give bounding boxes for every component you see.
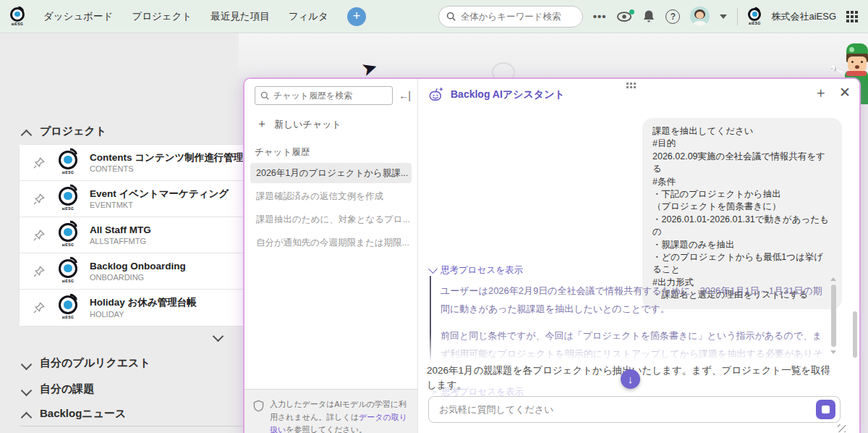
- user-message-line: 課題を抽出してください: [652, 125, 832, 138]
- project-key: ONBOARDING: [90, 272, 186, 282]
- project-key: ALLSTAFFMTG: [90, 236, 151, 246]
- global-search[interactable]: [438, 6, 583, 28]
- user-message-line: 2026.02.09実施の全社会議で情報共有をする: [652, 151, 832, 176]
- new-chat-button[interactable]: ＋ 新しいチャット: [244, 105, 417, 132]
- projects-section-header[interactable]: プロジェクト: [22, 125, 106, 138]
- scroll-down-arrow-icon[interactable]: [830, 350, 836, 354]
- history-item[interactable]: 自分が通知先の今週期限または期限...: [250, 232, 412, 253]
- aiesg-logo-icon: [59, 295, 77, 314]
- global-search-input[interactable]: [461, 12, 569, 22]
- new-window-button[interactable]: ＋: [814, 85, 827, 101]
- collapse-chevron-icon: [22, 409, 31, 419]
- pin-icon[interactable]: [33, 229, 46, 242]
- notifications-button[interactable]: [642, 9, 655, 23]
- project-logo: aiESG: [56, 187, 80, 211]
- aiesg-org-logo-icon: [748, 8, 761, 21]
- user-message-line: ・2026.01.01-2026.01.31で動きがあったもの: [652, 214, 832, 239]
- user-message-line: （プロジェクトを箇条書きに）: [652, 201, 832, 213]
- user-message-line: ・下記のプロジェクトから抽出: [652, 188, 832, 201]
- help-button[interactable]: ?: [665, 9, 680, 24]
- avatar-shirt: [693, 21, 707, 26]
- history-item[interactable]: 課題確認済みの返信文例を作成: [250, 186, 412, 206]
- apps-grid-icon[interactable]: [846, 11, 858, 22]
- history-header: チャット履歴: [244, 132, 417, 163]
- user-menu-caret-icon[interactable]: [720, 14, 727, 19]
- global-add-button[interactable]: +: [347, 7, 366, 26]
- org-logo[interactable]: aiESG: [748, 8, 761, 25]
- search-icon: [260, 91, 270, 101]
- stop-generating-button[interactable]: [816, 400, 835, 419]
- watch-icon[interactable]: [616, 11, 632, 22]
- user-message-line: ・親課題のみを抽出: [652, 239, 832, 251]
- pin-icon[interactable]: [33, 301, 46, 314]
- chat-panel: Backlog AIアシスタント ＋ ✕ 課題を抽出してください#目的2026.…: [418, 79, 859, 433]
- chat-history-panel: ←| ＋ 新しいチャット チャット履歴 2026年1月のプロジェクトから親課..…: [244, 79, 418, 433]
- shield-icon: [253, 400, 264, 412]
- chat-input-box[interactable]: [428, 396, 841, 423]
- my-issues-section-header[interactable]: 自分の課題: [22, 382, 94, 396]
- chat-input[interactable]: [439, 404, 816, 415]
- watch-badge: [629, 9, 634, 14]
- thinking-paragraph: ユーザーは2026年2月9日の全社会議で情報共有するために、2026年1月1日～…: [441, 282, 823, 318]
- project-name: Contents コンテンツ制作進行管理: [90, 151, 243, 164]
- thinking-toggle[interactable]: 思考プロセスを表示: [430, 264, 523, 277]
- project-key: EVENTMKT: [90, 200, 229, 210]
- project-card[interactable]: aiESG Backlog Onboarding ONBOARDING: [20, 253, 258, 290]
- dashboard-background: ➤ 🔧 プロジェクト aiESG Contents コン: [0, 33, 868, 433]
- expand-chevron-icon: [22, 384, 31, 394]
- nav-recent[interactable]: 最近見た項目: [210, 10, 269, 23]
- pin-icon[interactable]: [33, 265, 46, 278]
- collapse-panel-icon[interactable]: ←|: [399, 90, 410, 101]
- plus-icon: ＋: [256, 117, 268, 132]
- mascot-scarf: [846, 71, 867, 76]
- user-message-line: ・どのプロジェクトからも最低1つは挙げること: [652, 251, 832, 277]
- drag-handle[interactable]: [626, 83, 636, 88]
- chevron-down-icon: [428, 264, 438, 274]
- scroll-up-arrow-icon[interactable]: [830, 277, 836, 281]
- user-message-line: #目的: [652, 138, 832, 150]
- project-logo: aiESG: [56, 295, 80, 320]
- thinking-process: ユーザーは2026年2月9日の全社会議で情報共有するために、2026年1月1日～…: [430, 276, 826, 369]
- project-logo: aiESG: [56, 151, 80, 175]
- project-card[interactable]: aiESG Event イベントマーケティング EVENTMKT: [20, 181, 258, 217]
- pin-icon[interactable]: [33, 193, 46, 206]
- scrollbar-thumb[interactable]: [831, 285, 836, 347]
- history-search[interactable]: [255, 86, 393, 105]
- user-message-line: #条件: [652, 176, 832, 188]
- user-avatar[interactable]: [690, 7, 710, 26]
- chat-scrollbar-thumb[interactable]: [853, 311, 857, 358]
- project-card[interactable]: aiESG Holiday お休み管理台帳 HOLIDAY: [20, 290, 258, 326]
- project-card[interactable]: aiESG Contents コンテンツ制作進行管理 CONTENTS: [20, 145, 258, 181]
- backlog-news-section-header[interactable]: Backlogニュース: [22, 407, 126, 421]
- more-menu-icon[interactable]: •••: [593, 10, 607, 22]
- org-name[interactable]: 株式会社aiESG: [771, 10, 836, 23]
- aiesg-logo-icon: [59, 259, 77, 278]
- background-light-strip: [239, 33, 868, 78]
- project-card[interactable]: aiESG All Staff MTG ALLSTAFFMTG: [20, 217, 258, 253]
- history-search-input[interactable]: [273, 91, 367, 101]
- mascot-face: [848, 56, 867, 71]
- nav-filter[interactable]: フィルタ: [289, 10, 328, 23]
- thinking-scrollbar[interactable]: [830, 277, 837, 369]
- nav-divider: [737, 8, 738, 25]
- project-key: HOLIDAY: [90, 309, 197, 319]
- nav-projects[interactable]: プロジェクト: [132, 10, 192, 23]
- close-button[interactable]: ✕: [839, 85, 851, 101]
- aiesg-logo-icon: [59, 223, 77, 242]
- project-name: Holiday お休み管理台帳: [90, 296, 197, 309]
- expand-projects-chevron-icon[interactable]: [213, 330, 223, 340]
- aiesg-logo-icon: [59, 187, 77, 206]
- pin-icon[interactable]: [33, 156, 46, 169]
- backlog-space-logo[interactable]: aiESG: [10, 7, 25, 26]
- thinking-paragraph: 前回と同じ条件ですが、今回は「プロジェクトを箇条書きに」という指示があるので、ま…: [441, 327, 823, 369]
- history-item[interactable]: 課題抽出のために、対象となるプロ...: [250, 209, 412, 230]
- collapse-chevron-icon: [22, 127, 31, 136]
- history-item[interactable]: 2026年1月のプロジェクトから親課...: [250, 163, 412, 183]
- resize-handle[interactable]: [838, 424, 846, 432]
- pullrequests-section-header[interactable]: 自分のプルリクエスト: [22, 356, 150, 370]
- project-logo: aiESG: [56, 223, 80, 248]
- scroll-to-bottom-button[interactable]: ↓: [621, 369, 640, 389]
- history-list: 2026年1月のプロジェクトから親課...課題確認済みの返信文例を作成課題抽出の…: [244, 163, 417, 253]
- nav-dashboard[interactable]: ダッシュボード: [43, 10, 113, 23]
- expand-chevron-icon: [22, 358, 31, 368]
